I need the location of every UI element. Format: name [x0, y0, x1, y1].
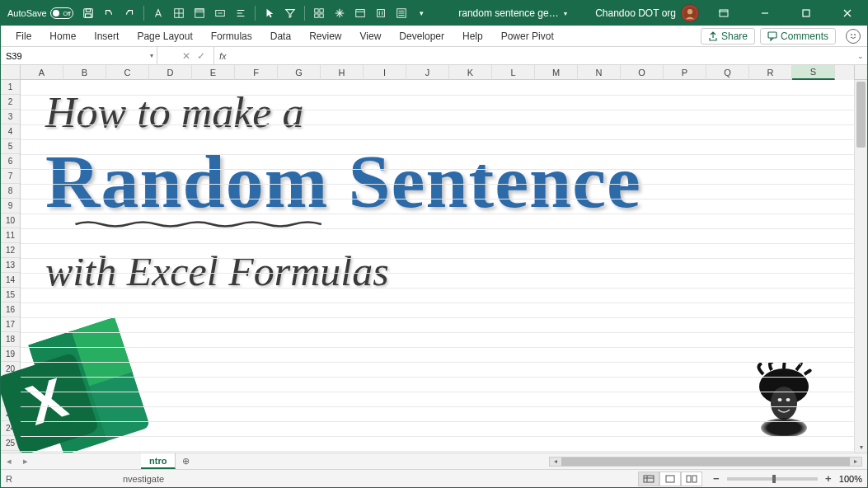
- column-header-I[interactable]: I: [364, 65, 406, 80]
- column-header-D[interactable]: D: [149, 65, 192, 80]
- autosave-toggle[interactable]: AutoSave Off: [4, 7, 77, 19]
- freeze-icon[interactable]: [331, 5, 348, 21]
- column-header-B[interactable]: B: [63, 65, 106, 80]
- row-header-14[interactable]: 14: [1, 273, 20, 288]
- column-header-A[interactable]: A: [21, 65, 63, 80]
- zoom-slider[interactable]: [727, 477, 818, 481]
- tab-page-layout[interactable]: Page Layout: [129, 26, 200, 47]
- zoom-out-button[interactable]: −: [711, 473, 722, 485]
- enter-formula-icon[interactable]: ✓: [197, 50, 205, 62]
- font-icon[interactable]: [150, 5, 167, 21]
- macros-icon[interactable]: [373, 5, 389, 21]
- column-header-G[interactable]: G: [278, 65, 321, 80]
- column-header-P[interactable]: P: [664, 65, 706, 80]
- column-header-H[interactable]: H: [321, 65, 364, 80]
- scroll-thumb[interactable]: [856, 82, 866, 148]
- row-header-8[interactable]: 8: [1, 184, 20, 199]
- row-header-9[interactable]: 9: [1, 199, 20, 214]
- align-icon[interactable]: [232, 5, 249, 21]
- row-header-1[interactable]: 1: [1, 80, 20, 95]
- scroll-down-icon[interactable]: ▾: [855, 441, 867, 453]
- share-button[interactable]: Share: [701, 28, 755, 45]
- minimize-button[interactable]: [748, 2, 781, 25]
- page-break-view-button[interactable]: [681, 472, 702, 486]
- row-header-3[interactable]: 3: [1, 110, 20, 124]
- tab-home[interactable]: Home: [41, 26, 84, 47]
- column-header-E[interactable]: E: [192, 65, 235, 80]
- add-sheet-button[interactable]: ⊕: [176, 456, 196, 467]
- tab-power-pivot[interactable]: Power Pivot: [493, 26, 562, 47]
- redo-icon[interactable]: [121, 5, 138, 21]
- hscroll-thumb[interactable]: [561, 458, 850, 466]
- filename-dropdown-icon[interactable]: ▾: [564, 10, 567, 17]
- tab-insert[interactable]: Insert: [86, 26, 127, 47]
- window-icon[interactable]: [352, 5, 368, 21]
- row-header-7[interactable]: 7: [1, 169, 20, 184]
- user-account[interactable]: Chandoo DOT org: [595, 4, 699, 22]
- close-button[interactable]: [831, 2, 864, 25]
- name-box-dropdown-icon[interactable]: ▾: [150, 52, 153, 59]
- normal-view-button[interactable]: [638, 472, 659, 486]
- row-header-11[interactable]: 11: [1, 228, 20, 243]
- tab-review[interactable]: Review: [301, 26, 350, 47]
- fx-icon[interactable]: fx: [214, 51, 232, 61]
- column-header-S[interactable]: S: [792, 65, 835, 80]
- tab-help[interactable]: Help: [454, 26, 491, 47]
- zoom-level[interactable]: 100%: [839, 474, 862, 484]
- page-layout-view-button[interactable]: [659, 472, 681, 486]
- cursor-icon[interactable]: [261, 5, 278, 21]
- undo-icon[interactable]: [101, 5, 117, 21]
- fill-icon[interactable]: [191, 5, 208, 21]
- merge-icon[interactable]: [212, 5, 228, 21]
- tab-data[interactable]: Data: [262, 26, 299, 47]
- row-header-16[interactable]: 16: [1, 303, 20, 317]
- maximize-button[interactable]: [790, 2, 823, 25]
- column-header-Q[interactable]: Q: [706, 65, 749, 80]
- cancel-formula-icon[interactable]: ✕: [182, 50, 190, 62]
- form-icon[interactable]: [393, 5, 410, 21]
- column-header-L[interactable]: L: [492, 65, 535, 80]
- save-icon[interactable]: [80, 5, 96, 21]
- feedback-icon[interactable]: [846, 29, 861, 44]
- panes-icon[interactable]: [311, 5, 327, 21]
- row-header-2[interactable]: 2: [1, 95, 20, 110]
- autosave-switch[interactable]: Off: [50, 7, 73, 19]
- vertical-scrollbar[interactable]: ▴ ▾: [854, 80, 867, 453]
- scroll-left-icon[interactable]: ◂: [550, 458, 561, 465]
- horizontal-scrollbar[interactable]: ◂ ▸: [196, 457, 867, 467]
- svg-rect-16: [320, 14, 323, 17]
- ribbon-display-icon[interactable]: [707, 2, 740, 25]
- column-header-M[interactable]: M: [535, 65, 578, 80]
- row-header-10[interactable]: 10: [1, 214, 20, 228]
- column-header-R[interactable]: R: [749, 65, 792, 80]
- column-header-N[interactable]: N: [578, 65, 621, 80]
- formula-input[interactable]: [232, 51, 854, 61]
- tab-view[interactable]: View: [352, 26, 390, 47]
- tab-formulas[interactable]: Formulas: [203, 26, 260, 47]
- zoom-in-button[interactable]: +: [823, 473, 834, 485]
- name-box[interactable]: S39 ▾: [1, 47, 157, 64]
- row-header-12[interactable]: 12: [1, 243, 20, 258]
- sheet-tab-intro[interactable]: ntro: [141, 453, 176, 469]
- border-icon[interactable]: [171, 5, 187, 21]
- row-header-6[interactable]: 6: [1, 154, 20, 169]
- column-header-K[interactable]: K: [449, 65, 492, 80]
- column-header-C[interactable]: C: [106, 65, 149, 80]
- row-header-4[interactable]: 4: [1, 124, 20, 139]
- tab-file[interactable]: File: [7, 26, 40, 47]
- row-header-5[interactable]: 5: [1, 139, 20, 154]
- comments-button[interactable]: Comments: [760, 28, 836, 45]
- qat-customize-icon[interactable]: ▾: [414, 5, 430, 21]
- expand-formula-bar-icon[interactable]: ⌄: [854, 52, 867, 60]
- select-all-corner[interactable]: [1, 65, 21, 80]
- column-header-O[interactable]: O: [621, 65, 664, 80]
- scroll-right-icon[interactable]: ▸: [850, 458, 861, 465]
- row-header-13[interactable]: 13: [1, 258, 20, 273]
- column-header-J[interactable]: J: [406, 65, 449, 80]
- column-header-F[interactable]: F: [235, 65, 278, 80]
- sheet-nav[interactable]: ◂▸: [1, 456, 34, 467]
- filter-icon[interactable]: [282, 5, 298, 21]
- row-header-15[interactable]: 15: [1, 288, 20, 303]
- cells[interactable]: How to make a Random Sentence with Excel…: [21, 80, 854, 453]
- tab-developer[interactable]: Developer: [391, 26, 453, 47]
